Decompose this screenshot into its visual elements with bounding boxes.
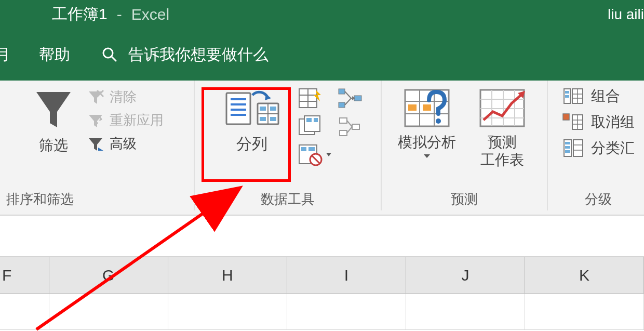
text-to-columns-label: 分列 bbox=[236, 134, 267, 155]
column-headers: F G H I J K bbox=[0, 257, 644, 294]
ungroup-label: 取消组 bbox=[591, 112, 635, 132]
advanced-label: 高级 bbox=[110, 135, 137, 153]
filter-label: 筛选 bbox=[39, 136, 68, 155]
svg-rect-67 bbox=[565, 150, 570, 153]
funnel-icon bbox=[31, 86, 76, 133]
ungroup-button[interactable]: 取消组 bbox=[562, 112, 635, 133]
svg-rect-53 bbox=[565, 91, 569, 94]
text-to-columns-icon bbox=[223, 88, 280, 128]
ungroup-icon bbox=[562, 112, 585, 133]
consolidate-button[interactable] bbox=[338, 87, 363, 110]
cell[interactable] bbox=[525, 294, 644, 330]
svg-rect-66 bbox=[565, 146, 570, 149]
subtotal-label: 分类汇 bbox=[591, 138, 635, 158]
svg-rect-29 bbox=[339, 89, 345, 94]
menu-bar: 月 帮助 告诉我你想要做什么 bbox=[0, 29, 644, 81]
subtotal-icon bbox=[562, 138, 585, 158]
svg-rect-31 bbox=[354, 96, 361, 101]
group-outline: 组合 取消组 bbox=[548, 81, 641, 210]
group-icon bbox=[562, 86, 585, 107]
subtotal-button[interactable]: 分类汇 bbox=[562, 138, 635, 158]
relationships-button[interactable] bbox=[338, 115, 363, 138]
svg-rect-34 bbox=[340, 130, 347, 136]
ribbon: 筛选 清除 重新应用 bbox=[0, 81, 644, 216]
svg-rect-22 bbox=[306, 118, 312, 122]
cell[interactable] bbox=[168, 294, 287, 330]
user-name: liu aili bbox=[608, 6, 644, 23]
dropdown-icon bbox=[325, 151, 332, 158]
reapply-button[interactable]: 重新应用 bbox=[87, 111, 164, 129]
svg-rect-43 bbox=[423, 104, 431, 111]
data-validation-icon bbox=[298, 143, 323, 166]
advanced-icon bbox=[87, 135, 104, 153]
svg-rect-65 bbox=[565, 142, 570, 144]
group-label-outline: 分级 bbox=[555, 187, 641, 210]
svg-rect-25 bbox=[301, 147, 306, 151]
svg-rect-33 bbox=[352, 124, 359, 129]
reapply-icon bbox=[87, 112, 104, 129]
svg-line-1 bbox=[112, 57, 116, 61]
workbook-name: 工作簿1 bbox=[52, 4, 108, 25]
cell[interactable] bbox=[287, 294, 406, 330]
text-to-columns-button[interactable]: 分列 bbox=[213, 86, 291, 155]
tell-me-input[interactable]: 告诉我你想要做什么 bbox=[128, 44, 269, 65]
group-rows-label: 组合 bbox=[591, 86, 620, 106]
title-bar: 工作簿1 - Excel liu aili bbox=[0, 0, 644, 29]
reapply-label: 重新应用 bbox=[110, 111, 164, 129]
col-header-h[interactable]: H bbox=[168, 257, 287, 293]
col-header-j[interactable]: J bbox=[406, 257, 525, 293]
whatif-analysis-button[interactable]: 模拟分析 bbox=[389, 86, 464, 158]
clear-icon bbox=[87, 88, 104, 106]
col-header-i[interactable]: I bbox=[287, 257, 406, 293]
formula-bar-area bbox=[0, 216, 644, 257]
svg-rect-30 bbox=[339, 102, 345, 108]
remove-duplicates-button[interactable] bbox=[298, 115, 332, 138]
title-separator: - bbox=[117, 6, 122, 23]
col-header-f[interactable]: F bbox=[0, 257, 49, 293]
remove-duplicates-icon bbox=[298, 115, 323, 138]
svg-line-36 bbox=[347, 127, 352, 133]
svg-rect-12 bbox=[260, 107, 266, 111]
svg-rect-59 bbox=[563, 114, 569, 120]
svg-rect-42 bbox=[408, 104, 417, 111]
menu-item-help[interactable]: 帮助 bbox=[39, 44, 70, 65]
col-header-g[interactable]: G bbox=[49, 257, 168, 293]
svg-rect-54 bbox=[565, 95, 569, 98]
clear-label: 清除 bbox=[110, 88, 137, 106]
clear-filter-button[interactable]: 清除 bbox=[87, 88, 164, 106]
svg-rect-23 bbox=[314, 118, 318, 122]
group-label-forecast: 预测 bbox=[389, 187, 540, 210]
svg-rect-26 bbox=[308, 147, 315, 151]
group-sort-filter: 筛选 清除 重新应用 bbox=[0, 81, 195, 210]
group-label-sort-filter: 排序和筛选 bbox=[3, 187, 186, 210]
group-data-tools: 分列 bbox=[195, 81, 382, 210]
forecast-sheet-icon bbox=[476, 86, 528, 130]
svg-rect-32 bbox=[340, 118, 347, 123]
group-label-data-tools: 数据工具 bbox=[202, 187, 373, 210]
cell[interactable] bbox=[0, 294, 49, 330]
consolidate-icon bbox=[338, 87, 363, 110]
forecast-sheet-button[interactable]: 预测 工作表 bbox=[464, 86, 540, 168]
menu-item-partial[interactable]: 月 bbox=[0, 44, 10, 65]
svg-rect-14 bbox=[260, 117, 266, 121]
cell[interactable] bbox=[406, 294, 525, 330]
svg-rect-15 bbox=[270, 117, 276, 121]
cell[interactable] bbox=[49, 294, 168, 330]
group-rows-button[interactable]: 组合 bbox=[562, 86, 635, 107]
relationships-icon bbox=[338, 115, 363, 138]
svg-rect-13 bbox=[270, 107, 276, 111]
advanced-filter-button[interactable]: 高级 bbox=[87, 135, 164, 153]
filter-button[interactable]: 筛选 bbox=[26, 86, 81, 155]
group-forecast: 模拟分析 预测 工作表 bbox=[382, 81, 548, 210]
data-validation-button[interactable] bbox=[298, 143, 332, 166]
svg-line-35 bbox=[347, 121, 352, 127]
svg-point-44 bbox=[436, 118, 441, 124]
col-header-k[interactable]: K bbox=[525, 257, 644, 293]
flash-fill-icon bbox=[298, 87, 323, 110]
whatif-label: 模拟分析 bbox=[398, 134, 456, 151]
flash-fill-button[interactable] bbox=[298, 87, 332, 110]
forecast-sheet-label: 预测 工作表 bbox=[480, 134, 524, 168]
dropdown-icon bbox=[423, 153, 431, 158]
search-icon bbox=[101, 46, 118, 63]
sheet-row-1 bbox=[0, 294, 644, 330]
